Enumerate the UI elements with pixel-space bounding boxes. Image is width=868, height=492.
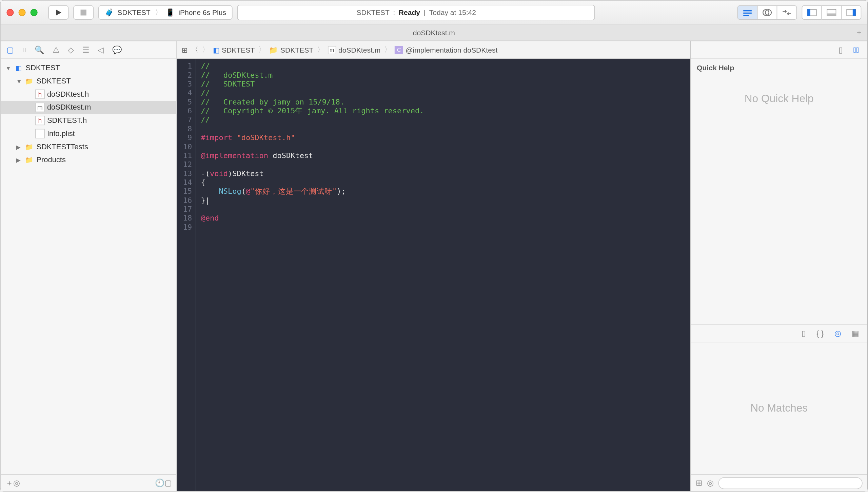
test-navigator-icon[interactable]: ◇ <box>68 45 74 54</box>
editor-area: ⊞ 〈 〉 ◧SDKTEST 〉 📁SDKTEST 〉 mdoSDKtest.m… <box>177 41 691 491</box>
svg-rect-8 <box>807 9 810 15</box>
new-tab-button[interactable]: ＋ <box>855 27 863 38</box>
breakpoint-navigator-icon[interactable]: ◁ <box>98 45 104 54</box>
tree-item-label: SDKTEST <box>36 77 71 86</box>
toggle-utilities-button[interactable] <box>841 5 862 19</box>
svg-rect-4 <box>743 15 749 16</box>
zoom-window-button[interactable] <box>31 8 38 16</box>
project-icon: ◧ <box>14 63 23 73</box>
symbol-navigator-icon[interactable]: ⌗ <box>22 45 26 55</box>
library-selector: ▯ { } ◎ ▦ <box>691 324 867 342</box>
tree-item[interactable]: ▶📁SDKTESTTests <box>1 140 177 153</box>
scheme-device: iPhone 6s Plus <box>178 8 226 17</box>
jump-crumb-symbol[interactable]: C@implementation doSDKtest <box>395 45 497 54</box>
scope-icon[interactable]: ◎ <box>707 478 713 487</box>
tree-project-root[interactable]: ▼◧SDKTEST <box>1 61 177 75</box>
play-icon <box>55 8 62 16</box>
object-library-icon[interactable]: ◎ <box>834 329 841 338</box>
related-items-icon[interactable]: ⊞ <box>182 45 188 54</box>
folder-icon: 📁 <box>24 155 34 165</box>
library-footer: ⊞ ◎ <box>691 474 867 491</box>
svg-rect-3 <box>743 12 752 14</box>
svg-rect-1 <box>80 9 86 15</box>
report-navigator-icon[interactable]: 💬 <box>112 45 122 54</box>
library-body: No Matches <box>691 342 867 474</box>
library-panel: ▯ { } ◎ ▦ No Matches ⊞ ◎ <box>691 324 867 491</box>
editor-mode-segment <box>737 5 797 19</box>
tree-item[interactable]: hdoSDKtest.h <box>1 88 177 101</box>
close-window-button[interactable] <box>6 8 14 16</box>
folder-icon: 📁 <box>269 45 278 54</box>
window-controls <box>6 8 37 16</box>
tab-title[interactable]: doSDKtest.m <box>413 29 455 37</box>
status-time: Today at 15:42 <box>429 8 476 17</box>
stop-button[interactable] <box>73 5 94 19</box>
navigator-selector: ▢ ⌗ 🔍 ⚠ ◇ ☰ ◁ 💬 <box>1 41 177 59</box>
svg-rect-12 <box>853 9 856 15</box>
svg-marker-0 <box>56 9 61 15</box>
code-content[interactable]: //// doSDKtest.m// SDKTEST//// Created b… <box>196 59 429 491</box>
tree-item[interactable]: Info.plist <box>1 127 177 140</box>
run-button[interactable] <box>48 5 68 19</box>
tree-item-label: SDKTEST.h <box>47 116 87 125</box>
minimize-window-button[interactable] <box>18 8 25 16</box>
code-snippet-library-icon[interactable]: { } <box>816 329 824 338</box>
jump-bar[interactable]: ⊞ 〈 〉 ◧SDKTEST 〉 📁SDKTEST 〉 mdoSDKtest.m… <box>177 41 690 59</box>
toggle-debug-area-button[interactable] <box>822 5 842 19</box>
toolbar: 🧳 SDKTEST 〉 📱 iPhone 6s Plus SDKTEST: Re… <box>1 1 867 24</box>
assistant-editor-button[interactable] <box>757 5 777 19</box>
file-inspector-icon[interactable]: ▯ <box>839 45 843 54</box>
source-editor[interactable]: 12345678910111213141516171819 //// doSDK… <box>177 59 690 491</box>
h-file-icon: h <box>35 116 45 125</box>
class-icon: C <box>395 45 403 54</box>
library-filter-field[interactable] <box>718 477 862 489</box>
back-button[interactable]: 〈 <box>191 45 198 55</box>
forward-button[interactable]: 〉 <box>202 45 209 55</box>
project-navigator-icon[interactable]: ▢ <box>6 45 14 54</box>
tree-item[interactable]: ▼📁SDKTEST <box>1 75 177 88</box>
line-gutter: 12345678910111213141516171819 <box>177 59 196 491</box>
find-navigator-icon[interactable]: 🔍 <box>35 45 44 54</box>
tree-item-label: doSDKtest.h <box>47 90 89 98</box>
tab-bar: doSDKtest.m ＋ <box>1 24 867 41</box>
quick-help-inspector-icon[interactable]: ？⃝ <box>853 45 859 54</box>
tree-item-label: Products <box>36 156 66 164</box>
m-file-icon: m <box>328 45 336 54</box>
tree-item-label: Info.plist <box>47 129 75 138</box>
project-tree[interactable]: ▼◧SDKTEST▼📁SDKTESThdoSDKtest.hmdoSDKtest… <box>1 59 177 474</box>
status-project: SDKTEST <box>356 8 389 17</box>
navigator-footer: ＋ ◎ 🕘 ▢ <box>1 474 177 491</box>
project-icon: ◧ <box>213 45 219 54</box>
recent-icon[interactable]: 🕘 <box>155 478 164 487</box>
right-panel-icon <box>846 8 856 16</box>
standard-editor-button[interactable] <box>737 5 758 19</box>
activity-view: SDKTEST: Ready | Today at 15:42 <box>237 4 595 20</box>
jump-crumb-file[interactable]: mdoSDKtest.m <box>328 45 380 54</box>
issue-navigator-icon[interactable]: ⚠ <box>53 45 60 54</box>
toggle-navigator-button[interactable] <box>802 5 822 19</box>
version-editor-button[interactable] <box>777 5 797 19</box>
inspector-selector: ▯ ？⃝ <box>691 41 867 59</box>
filter-icon[interactable]: ◎ <box>13 478 20 487</box>
venn-icon <box>762 8 772 17</box>
scm-icon[interactable]: ▢ <box>164 478 172 487</box>
tree-item[interactable]: hSDKTEST.h <box>1 114 177 127</box>
tree-item-label: doSDKtest.m <box>47 103 91 112</box>
plist-file-icon <box>35 129 45 138</box>
status-state: Ready <box>399 8 420 17</box>
bottom-panel-icon <box>827 8 836 16</box>
m-file-icon: m <box>35 102 45 112</box>
jump-crumb-group[interactable]: 📁SDKTEST <box>269 45 313 54</box>
debug-navigator-icon[interactable]: ☰ <box>82 45 90 54</box>
file-template-library-icon[interactable]: ▯ <box>802 329 806 338</box>
tree-item[interactable]: mdoSDKtest.m <box>1 101 177 114</box>
media-library-icon[interactable]: ▦ <box>852 329 859 338</box>
grid-view-icon[interactable]: ⊞ <box>696 478 702 487</box>
scheme-selector[interactable]: 🧳 SDKTEST 〉 📱 iPhone 6s Plus <box>98 5 233 19</box>
h-file-icon: h <box>35 90 45 99</box>
add-button[interactable]: ＋ <box>5 477 13 488</box>
jump-crumb-project[interactable]: ◧SDKTEST <box>213 45 255 54</box>
scheme-target: SDKTEST <box>117 8 150 17</box>
briefcase-icon: 🧳 <box>105 8 114 17</box>
tree-item[interactable]: ▶📁Products <box>1 153 177 167</box>
